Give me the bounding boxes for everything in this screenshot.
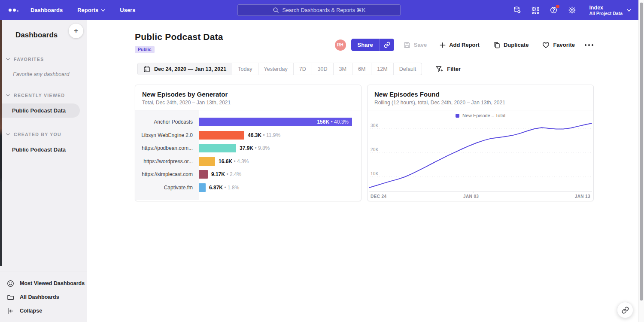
preset-30d[interactable]: 30D bbox=[312, 63, 333, 75]
more-actions-button[interactable] bbox=[584, 44, 594, 46]
bar-row: https://podbean.com... 37.9K • 9.8% bbox=[135, 142, 361, 155]
chevron-down-icon bbox=[627, 9, 631, 12]
preset-today[interactable]: Today bbox=[232, 63, 258, 75]
global-search-input[interactable]: Search Dashboards & Reports ⌘K bbox=[237, 4, 401, 16]
nav-reports[interactable]: Reports bbox=[77, 7, 105, 13]
collapse-sidebar[interactable]: Collapse bbox=[0, 304, 87, 318]
bar-row: https://wordpress.or... 16.6K • 4.3% bbox=[135, 155, 361, 168]
favorites-empty-text: Favorite any dashboard bbox=[13, 71, 87, 77]
most-viewed-dashboards[interactable]: Most Viewed Dashboards bbox=[0, 276, 87, 290]
smiley-icon bbox=[7, 280, 14, 287]
scrollbar-track bbox=[638, 0, 644, 322]
dashboard-actions: RH Share Save Add Report bbox=[335, 39, 594, 51]
preset-default[interactable]: Default bbox=[393, 63, 422, 75]
share-link-button[interactable] bbox=[380, 39, 394, 51]
preset-7d[interactable]: 7D bbox=[293, 63, 312, 75]
line-chart: 30K 20K 10K DEC 24 JAN 03 JAN 13 bbox=[369, 121, 592, 200]
chevron-down-icon bbox=[6, 133, 10, 136]
y-tick-10k: 10K bbox=[371, 171, 379, 176]
x-tick-jan-13: JAN 13 bbox=[575, 194, 590, 199]
preset-yesterday[interactable]: Yesterday bbox=[258, 63, 293, 75]
bar-row: Anchor Podcasts 156K • 40.3% bbox=[135, 115, 361, 129]
apps-grid-icon[interactable] bbox=[532, 6, 539, 14]
help-icon[interactable] bbox=[550, 6, 558, 14]
preset-3m[interactable]: 3M bbox=[333, 63, 352, 75]
bar-wordpress[interactable] bbox=[199, 157, 215, 166]
x-tick-dec-24: DEC 24 bbox=[371, 194, 386, 199]
window-edge-strip bbox=[0, 20, 2, 266]
sidebar-item-public-podcast-data-created[interactable]: Public Podcast Data bbox=[0, 143, 87, 157]
bar-row: https://simplecast.com 9.17K • 2.4% bbox=[135, 168, 361, 181]
chevron-down-icon bbox=[6, 94, 10, 97]
main-content: Public Podcast Data Public RH Share Save… bbox=[135, 20, 594, 201]
settings-gear-icon[interactable] bbox=[568, 6, 576, 14]
legend-swatch bbox=[456, 114, 459, 118]
bar-simplecast[interactable] bbox=[199, 170, 208, 179]
nav-dashboards[interactable]: Dashboards bbox=[30, 7, 63, 13]
card-new-episodes-by-generator: New Episodes by Generator Total, Dec 24t… bbox=[135, 85, 361, 201]
link-icon bbox=[384, 42, 390, 48]
primary-nav: Dashboards Reports Users bbox=[30, 7, 135, 13]
card-title: New Episodes by Generator bbox=[142, 91, 354, 98]
plus-icon bbox=[440, 42, 446, 48]
date-toolbar: Dec 24, 2020 — Jan 13, 2021 Today Yester… bbox=[135, 63, 594, 75]
filter-button[interactable]: Filter bbox=[436, 66, 461, 73]
share-split-button: Share bbox=[351, 39, 394, 51]
sidebar-footer: Most Viewed Dashboards All Dashboards Co… bbox=[0, 271, 87, 322]
duplicate-button[interactable]: Duplicate bbox=[493, 42, 529, 49]
legend-label: New Episode – Total bbox=[462, 113, 505, 118]
date-range-control: Dec 24, 2020 — Jan 13, 2021 Today Yester… bbox=[137, 63, 422, 75]
folder-icon bbox=[7, 294, 14, 301]
chevron-down-icon bbox=[6, 58, 10, 61]
preset-6m[interactable]: 6M bbox=[352, 63, 371, 75]
scrollbar-thumb[interactable] bbox=[640, 3, 643, 301]
preset-12m[interactable]: 12M bbox=[371, 63, 393, 75]
sidebar-item-public-podcast-data[interactable]: Public Podcast Data bbox=[0, 103, 80, 118]
favorite-button[interactable]: Favorite bbox=[542, 42, 575, 49]
top-navbar: Dashboards Reports Users Search Dashboar… bbox=[0, 0, 644, 20]
heart-icon bbox=[542, 42, 550, 49]
project-name: Index bbox=[589, 5, 623, 11]
bar-row: Captivate.fm 6.87K • 1.8% bbox=[135, 181, 361, 194]
bar-anchor-podcasts[interactable]: 156K • 40.3% bbox=[199, 118, 352, 126]
section-favorites[interactable]: FAVORITES bbox=[6, 57, 87, 62]
copy-link-floating-button[interactable] bbox=[617, 302, 633, 318]
more-dots-icon bbox=[584, 44, 594, 46]
bar-libsyn[interactable] bbox=[199, 131, 244, 140]
calendar-icon bbox=[143, 66, 150, 73]
project-switcher[interactable]: Index All Project Data bbox=[589, 5, 631, 16]
project-scope: All Project Data bbox=[589, 11, 623, 16]
section-recently-viewed[interactable]: RECENTLY VIEWED bbox=[6, 93, 87, 98]
filter-funnel-icon bbox=[436, 66, 443, 73]
card-title: New Episodes Found bbox=[374, 91, 586, 98]
add-report-button[interactable]: Add Report bbox=[440, 42, 480, 48]
card-new-episodes-found: New Episodes Found Rolling (12 hours), t… bbox=[367, 85, 594, 201]
save-button[interactable]: Save bbox=[404, 42, 427, 49]
card-subtitle: Total, Dec 24th, 2020 – Jan 13th, 2021 bbox=[142, 100, 354, 106]
data-sources-icon[interactable] bbox=[513, 6, 521, 14]
save-icon bbox=[404, 42, 410, 49]
x-tick-jan-03: JAN 03 bbox=[463, 194, 479, 199]
collapse-icon bbox=[7, 307, 14, 315]
bar-chart: Anchor Podcasts 156K • 40.3% Libsyn WebE… bbox=[135, 110, 361, 200]
y-tick-30k: 30K bbox=[371, 123, 379, 128]
app-logo[interactable] bbox=[9, 9, 18, 12]
bar-row: Libsyn WebEngine 2.0 46.3K • 11.9% bbox=[135, 129, 361, 142]
avatar[interactable]: RH bbox=[335, 39, 346, 51]
share-button[interactable]: Share bbox=[351, 39, 380, 51]
nav-users[interactable]: Users bbox=[120, 7, 135, 13]
all-dashboards[interactable]: All Dashboards bbox=[0, 290, 87, 304]
y-tick-20k: 20K bbox=[371, 147, 379, 152]
chevron-down-icon bbox=[101, 9, 105, 12]
add-dashboard-button[interactable]: + bbox=[69, 24, 83, 38]
date-range-button[interactable]: Dec 24, 2020 — Jan 13, 2021 bbox=[138, 63, 232, 75]
section-created-by-you[interactable]: CREATED BY YOU bbox=[6, 132, 87, 137]
search-icon bbox=[273, 7, 279, 13]
sidebar: Dashboards + FAVORITES Favorite any dash… bbox=[0, 20, 87, 322]
public-badge: Public bbox=[135, 46, 155, 53]
card-subtitle: Rolling (12 hours), total, Dec 24th, 202… bbox=[374, 100, 586, 106]
line-chart-svg bbox=[369, 121, 592, 193]
link-icon bbox=[622, 307, 629, 314]
bar-podbean[interactable] bbox=[199, 144, 236, 152]
bar-captivate[interactable] bbox=[199, 183, 206, 192]
